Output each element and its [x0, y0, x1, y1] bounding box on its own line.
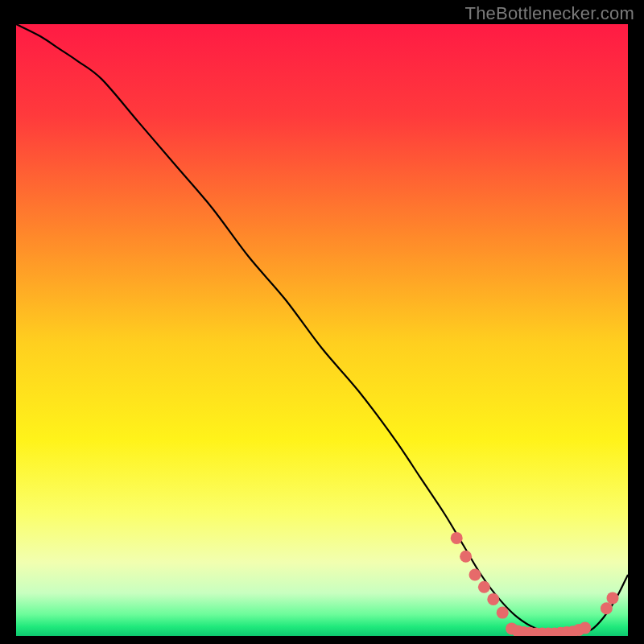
data-marker: [478, 581, 490, 593]
data-marker: [451, 532, 463, 544]
chart-svg: [16, 24, 628, 636]
chart-frame: TheBottlenecker.com: [0, 0, 644, 644]
data-marker: [487, 593, 499, 605]
data-marker: [601, 602, 613, 614]
gradient-background: [16, 24, 628, 636]
data-marker: [469, 569, 481, 581]
plot-area: [16, 24, 628, 636]
attribution-label: TheBottlenecker.com: [465, 3, 634, 24]
data-marker: [460, 551, 472, 563]
data-marker: [579, 622, 591, 634]
data-marker: [607, 592, 619, 604]
data-marker: [497, 607, 509, 619]
